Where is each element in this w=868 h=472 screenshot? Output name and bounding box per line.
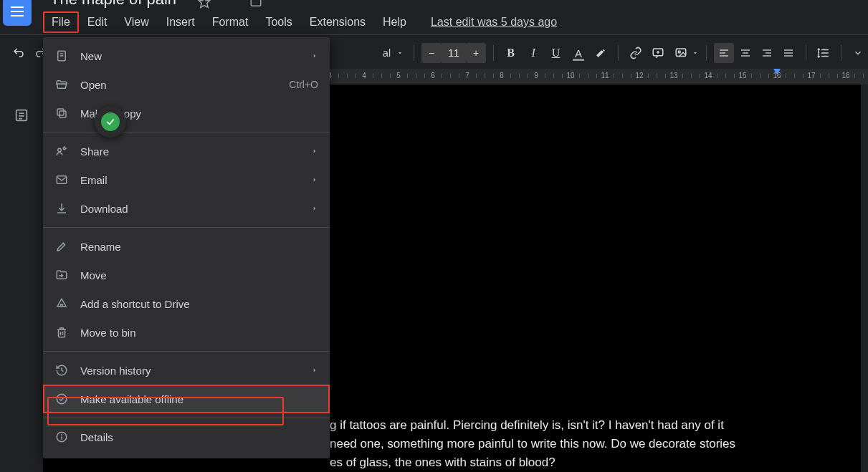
menu-view[interactable]: View [115, 11, 157, 33]
left-gutter [0, 85, 43, 472]
undo-button[interactable] [9, 43, 28, 63]
ruler-number: 8 [500, 72, 504, 80]
menu-separator [43, 132, 330, 133]
italic-button[interactable]: I [523, 43, 543, 63]
ruler-number: 12 [635, 72, 643, 80]
font-size-decrease-button[interactable]: − [421, 43, 442, 63]
align-left-button[interactable] [714, 43, 734, 63]
menu-separator [43, 418, 330, 418]
file-menu-move[interactable]: Move [43, 261, 330, 289]
menu-edit[interactable]: Edit [79, 11, 116, 33]
chevron-down-icon[interactable] [692, 49, 699, 57]
menubar: File Edit View Insert Format Tools Exten… [43, 11, 557, 33]
menu-item-label: Version history [80, 365, 300, 377]
svg-rect-23 [59, 111, 66, 117]
offline-ready-badge [95, 106, 126, 138]
file-menu-details[interactable]: Details [43, 423, 330, 451]
ruler-number: 10 [566, 72, 574, 80]
toolbar-divider [414, 45, 414, 61]
move-folder-icon[interactable] [249, 0, 262, 9]
file-menu: NewOpenCtrl+OMake a copyShareEmailDownlo… [43, 37, 330, 458]
file-menu-make-a-copy[interactable]: Make a copy [43, 99, 330, 127]
share-icon [54, 145, 69, 158]
ruler-number: 9 [534, 72, 538, 80]
menu-item-label: Add a shortcut to Drive [80, 298, 318, 310]
menu-file[interactable]: File [43, 11, 79, 33]
more-toolbar-icon[interactable] [849, 43, 868, 63]
history-icon [54, 364, 69, 377]
docs-app-icon[interactable] [3, 0, 32, 26]
insert-comment-button[interactable] [648, 43, 667, 63]
doc-plus-icon [54, 49, 69, 62]
menu-item-label: Open [80, 79, 277, 91]
ruler-number: 18 [841, 72, 849, 80]
menu-format[interactable]: Format [204, 11, 257, 33]
folder-open-icon [54, 78, 69, 91]
rename-icon [54, 240, 69, 253]
file-menu-version-history[interactable]: Version history [43, 356, 330, 385]
menu-item-label: Make available offline [80, 393, 318, 405]
insert-link-button[interactable] [626, 43, 645, 63]
menu-item-shortcut: Ctrl+O [289, 79, 318, 90]
align-center-button[interactable] [735, 43, 755, 63]
menu-item-label: Details [80, 431, 318, 443]
offline-icon [54, 392, 69, 405]
ruler-right-margin-marker[interactable] [773, 69, 781, 74]
star-icon[interactable] [198, 0, 211, 9]
bold-button[interactable]: B [501, 43, 520, 63]
email-icon [54, 173, 69, 186]
last-edit-link[interactable]: Last edit was 5 days ago [431, 16, 557, 29]
highlight-color-button[interactable] [591, 43, 611, 63]
document-body-text[interactable]: g if tattoos are painful. Piercing defin… [330, 416, 818, 472]
file-menu-share[interactable]: Share [43, 137, 330, 165]
toolbar-divider [706, 45, 707, 61]
font-size-input[interactable]: 11 [442, 43, 466, 63]
ruler-number: 14 [704, 72, 712, 80]
ruler-number: 17 [807, 72, 815, 80]
menu-separator [43, 227, 330, 228]
menu-item-label: Share [80, 145, 300, 158]
ruler-number: 6 [431, 72, 435, 80]
svg-marker-0 [199, 0, 210, 8]
align-right-button[interactable] [757, 43, 777, 63]
ruler-number: 13 [669, 72, 677, 80]
document-outline-icon[interactable] [14, 107, 29, 472]
menu-item-label: Move to bin [80, 327, 318, 339]
file-menu-download[interactable]: Download [43, 194, 330, 223]
menu-item-label: Move [80, 269, 318, 281]
paragraph-style-trailing-text: al [383, 47, 391, 59]
submenu-arrow-icon [311, 148, 318, 155]
menu-insert[interactable]: Insert [158, 11, 204, 33]
svg-point-32 [61, 304, 63, 307]
menu-item-label: New [80, 50, 300, 62]
align-justify-button[interactable] [778, 43, 798, 63]
menu-item-label: Download [80, 203, 300, 215]
file-menu-make-available-offline[interactable]: Make available offline [43, 385, 330, 413]
menu-tools[interactable]: Tools [257, 11, 300, 33]
ruler-number: 4 [362, 72, 366, 80]
paragraph-style-dropdown[interactable]: al [343, 43, 406, 63]
underline-button[interactable]: U [546, 43, 566, 63]
menu-extensions[interactable]: Extensions [301, 11, 374, 33]
ruler-number: 5 [396, 72, 401, 80]
toolbar-divider [841, 45, 841, 61]
font-size-increase-button[interactable]: + [466, 43, 486, 63]
file-menu-new[interactable]: New [43, 42, 330, 70]
toolbar-divider [618, 45, 619, 61]
copy-icon [54, 107, 69, 120]
info-icon [54, 430, 69, 443]
file-menu-move-to-bin[interactable]: Move to bin [43, 318, 330, 347]
file-menu-rename[interactable]: Rename [43, 232, 330, 261]
document-title[interactable]: The maple of pain [50, 0, 176, 9]
check-icon [101, 112, 120, 131]
svg-point-3 [678, 51, 680, 53]
text-color-button[interactable]: A [568, 43, 588, 63]
file-menu-open[interactable]: OpenCtrl+O [43, 70, 330, 99]
menu-help[interactable]: Help [374, 11, 415, 33]
download-icon [54, 202, 69, 215]
font-size-group: − 11 + [421, 43, 486, 63]
file-menu-email[interactable]: Email [43, 165, 330, 194]
file-menu-add-a-shortcut-to-drive[interactable]: Add a shortcut to Drive [43, 289, 330, 318]
line-spacing-button[interactable] [814, 43, 833, 63]
insert-image-button[interactable] [671, 43, 690, 63]
